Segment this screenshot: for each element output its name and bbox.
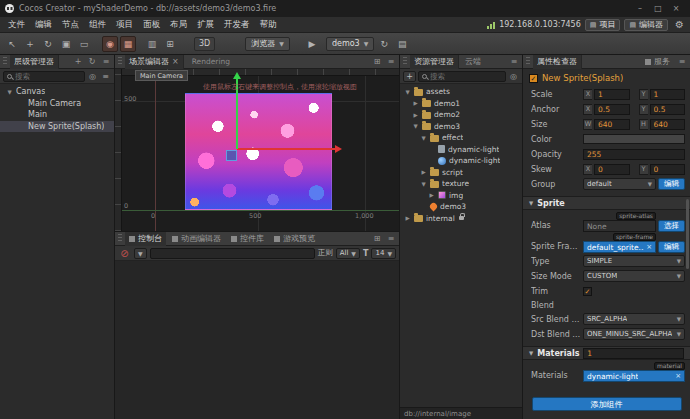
scale-x-input[interactable] (594, 89, 630, 100)
close-icon[interactable]: × (172, 57, 179, 66)
close-button[interactable]: × (667, 0, 685, 17)
asset-folder-texture[interactable]: ▼texture (400, 178, 522, 190)
asset-folder-demo3[interactable]: ▼demo3 (400, 121, 522, 133)
asset-folder-demo1[interactable]: ▶demo1 (400, 98, 522, 110)
refresh-icon[interactable]: ↻ (376, 36, 392, 52)
menu-node[interactable]: 节点 (57, 17, 84, 32)
preview-browser-select[interactable]: 浏览器▼ (245, 37, 290, 51)
open-folder-icon[interactable]: ▤ (394, 36, 410, 52)
tab-console[interactable]: 控制台 (125, 232, 166, 246)
clear-icon[interactable]: × (644, 243, 652, 251)
atlas-field[interactable]: None (583, 220, 656, 232)
tab-scene-editor[interactable]: 场景编辑器× (125, 55, 184, 69)
move-tool-icon[interactable]: + (22, 36, 38, 52)
assets-search-input[interactable] (430, 72, 502, 81)
asset-folder-demo2[interactable]: ▶demo2 (400, 109, 522, 121)
scale-y-input[interactable] (650, 89, 686, 100)
menu-layout[interactable]: 布局 (165, 17, 192, 32)
scene-viewport[interactable]: Main Camera 使用鼠标左右键来调整控制点，使用滚轮缩放视图 0 500… (115, 69, 399, 231)
tab-assets[interactable]: 资源管理器 (410, 55, 459, 69)
console-mode-select[interactable]: ▼ (134, 248, 147, 259)
collapse-icon[interactable]: ▼ (529, 350, 533, 356)
expander-icon[interactable]: ▶ (428, 192, 435, 198)
sprite-preview-image[interactable] (185, 93, 332, 210)
expander-icon[interactable]: ▶ (420, 169, 427, 175)
materials-section-header[interactable]: ▼ Materials (523, 346, 690, 360)
minimize-button[interactable]: – (631, 0, 649, 17)
panel-grip-icon[interactable] (403, 57, 407, 66)
color-swatch[interactable] (583, 134, 685, 144)
tree-node-canvas[interactable]: ▼ Canvas (0, 86, 114, 98)
menu-edit[interactable]: 编辑 (30, 17, 57, 32)
expander-icon[interactable]: ▶ (404, 215, 411, 221)
inspector-scrollbar[interactable] (686, 199, 689, 269)
panel-menu-icon[interactable]: ≡ (676, 57, 688, 66)
tab-hierarchy[interactable]: 层级管理器 (10, 55, 59, 69)
src-blend-select[interactable]: SRC_ALPHA▼ (583, 313, 685, 325)
size-mode-select[interactable]: CUSTOM▼ (583, 270, 685, 282)
asset-image-img[interactable]: ▶img (400, 190, 522, 202)
group-edit-button[interactable]: 编辑 (658, 178, 685, 190)
expander-icon[interactable]: ▶ (412, 100, 419, 106)
skew-y-input[interactable] (650, 164, 686, 175)
expander-icon[interactable]: ▶ (412, 112, 419, 118)
settings-gear-icon[interactable]: ⚙ (672, 19, 687, 30)
log-level-select[interactable]: All▼ (336, 248, 360, 259)
dst-blend-select[interactable]: ONE_MINUS_SRC_ALPHA▼ (583, 328, 685, 340)
panel-grip-icon[interactable] (526, 57, 530, 66)
skew-x-input[interactable] (594, 164, 630, 175)
anchor-y-input[interactable] (650, 104, 686, 115)
expander-icon[interactable]: ▼ (412, 123, 419, 129)
menu-file[interactable]: 文件 (3, 17, 30, 32)
panel-menu-icon[interactable]: ≡ (385, 234, 397, 243)
gizmo-x-arrow[interactable] (237, 148, 335, 150)
locate-icon[interactable]: ◎ (87, 71, 98, 82)
asset-folder-script[interactable]: ▶script (400, 167, 522, 179)
opacity-input[interactable] (583, 149, 685, 160)
hierarchy-search-input[interactable] (15, 72, 81, 81)
panel-grip-icon[interactable] (118, 234, 122, 243)
refresh-icon[interactable]: ↻ (86, 57, 98, 66)
menu-project[interactable]: 项目 (111, 17, 138, 32)
menu-component[interactable]: 组件 (84, 17, 111, 32)
panel-menu-icon[interactable]: ≡ (508, 57, 520, 66)
mode-3d-button[interactable]: 3D (194, 37, 215, 51)
preview-scene-select[interactable]: demo3▼ (326, 37, 374, 51)
asset-folder-internal[interactable]: ▶internal (400, 213, 522, 225)
list-icon[interactable]: ≡ (100, 71, 111, 82)
snap-toggle-icon[interactable]: ⊞ (162, 36, 178, 52)
filter-icon[interactable]: ◎ (508, 71, 519, 82)
grid-toggle-icon[interactable]: ▥ (144, 36, 160, 52)
tab-animation-editor[interactable]: 动画编辑器 (168, 232, 225, 246)
menu-extension[interactable]: 扩展 (192, 17, 219, 32)
font-size-select[interactable]: 14▼ (371, 248, 396, 259)
layout-icon[interactable]: ⊞ (371, 234, 383, 243)
panel-menu-icon[interactable]: ≡ (100, 57, 112, 66)
pivot-toggle-icon[interactable]: ◉ (102, 36, 118, 52)
add-component-button[interactable]: 添加组件 (532, 397, 682, 411)
asset-scene-demo3[interactable]: demo3 (400, 201, 522, 213)
rect-tool-icon[interactable]: ▭ (76, 36, 92, 52)
menu-developer[interactable]: 开发者 (219, 17, 255, 32)
tab-widget-library[interactable]: 控件库 (227, 232, 268, 246)
group-select[interactable]: default▼ (583, 178, 656, 190)
console-log-area[interactable] (115, 261, 399, 419)
open-editor-button[interactable]: ▤编辑器 (624, 19, 668, 31)
collapse-icon[interactable]: ▼ (529, 200, 533, 206)
tab-game-preview[interactable]: 游戏预览 (270, 232, 319, 246)
sprite-component-header[interactable]: ▼ Sprite (523, 196, 690, 210)
gizmo-center-handle[interactable] (226, 150, 237, 161)
expander-icon[interactable]: ▼ (404, 89, 411, 95)
atlas-select-button[interactable]: 选择 (658, 220, 685, 232)
sprite-frame-field[interactable]: default_sprite...× (583, 241, 656, 253)
panel-grip-icon[interactable] (3, 57, 7, 66)
tree-node-main[interactable]: Main (0, 109, 114, 121)
layout-icon[interactable]: ⊞ (371, 57, 383, 66)
trim-checkbox[interactable]: ✓ (583, 287, 592, 296)
menu-help[interactable]: 帮助 (255, 17, 282, 32)
expander-icon[interactable]: ▼ (6, 89, 13, 95)
maximize-button[interactable]: □ (649, 0, 667, 17)
open-project-button[interactable]: ▤项目 (585, 19, 621, 31)
node-active-checkbox[interactable]: ✓ (529, 74, 538, 83)
play-button[interactable]: ▶ (304, 36, 320, 52)
